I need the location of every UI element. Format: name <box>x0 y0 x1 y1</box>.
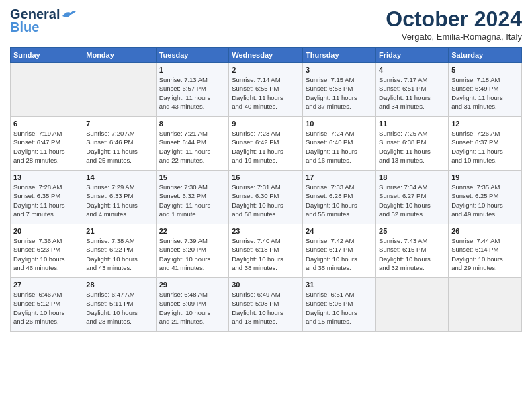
col-monday: Monday <box>83 48 156 63</box>
day-number: 27 <box>13 281 80 289</box>
day-info: Sunrise: 7:38 AM Sunset: 6:22 PM Dayligh… <box>86 236 152 272</box>
logo-blue: Blue <box>10 19 39 35</box>
day-info: Sunrise: 7:40 AM Sunset: 6:18 PM Dayligh… <box>232 236 300 272</box>
day-info: Sunrise: 6:46 AM Sunset: 5:12 PM Dayligh… <box>13 290 80 326</box>
day-number: 24 <box>306 227 373 235</box>
day-number: 14 <box>86 173 152 181</box>
day-number: 10 <box>306 120 373 128</box>
day-number: 23 <box>232 227 300 235</box>
day-info: Sunrise: 7:29 AM Sunset: 6:33 PM Dayligh… <box>86 183 152 218</box>
day-number: 17 <box>306 173 373 181</box>
day-cell: 14Sunrise: 7:29 AM Sunset: 6:33 PM Dayli… <box>83 171 156 224</box>
day-info: Sunrise: 7:28 AM Sunset: 6:35 PM Dayligh… <box>13 183 80 218</box>
day-cell: 5Sunrise: 7:18 AM Sunset: 6:49 PM Daylig… <box>449 63 522 117</box>
day-info: Sunrise: 6:51 AM Sunset: 5:06 PM Dayligh… <box>306 290 373 326</box>
day-info: Sunrise: 7:24 AM Sunset: 6:40 PM Dayligh… <box>306 129 373 165</box>
header-row: Sunday Monday Tuesday Wednesday Thursday… <box>11 48 522 63</box>
day-info: Sunrise: 7:42 AM Sunset: 6:17 PM Dayligh… <box>306 236 373 272</box>
day-cell: 4Sunrise: 7:17 AM Sunset: 6:51 PM Daylig… <box>376 63 449 117</box>
day-number: 29 <box>159 281 226 289</box>
day-cell: 13Sunrise: 7:28 AM Sunset: 6:35 PM Dayli… <box>11 171 83 224</box>
day-number: 9 <box>232 120 300 128</box>
day-cell: 18Sunrise: 7:34 AM Sunset: 6:27 PM Dayli… <box>376 171 449 224</box>
day-info: Sunrise: 7:13 AM Sunset: 6:57 PM Dayligh… <box>159 75 226 111</box>
col-thursday: Thursday <box>303 48 376 63</box>
col-sunday: Sunday <box>11 48 83 63</box>
day-cell: 27Sunrise: 6:46 AM Sunset: 5:12 PM Dayli… <box>11 278 83 332</box>
day-info: Sunrise: 7:15 AM Sunset: 6:53 PM Dayligh… <box>306 75 373 111</box>
day-cell: 8Sunrise: 7:21 AM Sunset: 6:44 PM Daylig… <box>156 117 229 171</box>
day-cell: 3Sunrise: 7:15 AM Sunset: 6:53 PM Daylig… <box>303 63 376 117</box>
day-cell <box>376 278 449 332</box>
day-cell: 28Sunrise: 6:47 AM Sunset: 5:11 PM Dayli… <box>83 278 156 332</box>
day-cell: 31Sunrise: 6:51 AM Sunset: 5:06 PM Dayli… <box>303 278 376 332</box>
day-cell: 11Sunrise: 7:25 AM Sunset: 6:38 PM Dayli… <box>376 117 449 171</box>
day-info: Sunrise: 6:47 AM Sunset: 5:11 PM Dayligh… <box>86 290 152 326</box>
logo-bird-icon <box>61 9 76 20</box>
day-info: Sunrise: 7:23 AM Sunset: 6:42 PM Dayligh… <box>232 129 300 165</box>
day-number: 26 <box>451 227 519 235</box>
day-number: 25 <box>379 227 445 235</box>
day-info: Sunrise: 7:26 AM Sunset: 6:37 PM Dayligh… <box>451 129 519 165</box>
day-number: 21 <box>86 227 152 235</box>
col-saturday: Saturday <box>449 48 522 63</box>
day-cell: 1Sunrise: 7:13 AM Sunset: 6:57 PM Daylig… <box>156 63 229 117</box>
day-info: Sunrise: 6:48 AM Sunset: 5:09 PM Dayligh… <box>159 290 226 326</box>
day-number: 3 <box>306 66 373 74</box>
day-info: Sunrise: 7:17 AM Sunset: 6:51 PM Dayligh… <box>379 75 445 111</box>
day-number: 18 <box>379 173 445 181</box>
day-cell: 24Sunrise: 7:42 AM Sunset: 6:17 PM Dayli… <box>303 224 376 278</box>
day-cell: 26Sunrise: 7:44 AM Sunset: 6:14 PM Dayli… <box>449 224 522 278</box>
col-tuesday: Tuesday <box>156 48 229 63</box>
day-cell: 22Sunrise: 7:39 AM Sunset: 6:20 PM Dayli… <box>156 224 229 278</box>
day-number: 20 <box>13 227 80 235</box>
day-number: 22 <box>159 227 226 235</box>
day-info: Sunrise: 7:14 AM Sunset: 6:55 PM Dayligh… <box>232 75 300 111</box>
day-number: 11 <box>379 120 445 128</box>
day-info: Sunrise: 7:18 AM Sunset: 6:49 PM Dayligh… <box>451 75 519 111</box>
week-row-0: 1Sunrise: 7:13 AM Sunset: 6:57 PM Daylig… <box>11 63 522 117</box>
day-info: Sunrise: 7:19 AM Sunset: 6:47 PM Dayligh… <box>13 129 80 165</box>
day-number: 5 <box>451 66 519 74</box>
day-info: Sunrise: 7:21 AM Sunset: 6:44 PM Dayligh… <box>159 129 226 165</box>
day-number: 12 <box>451 120 519 128</box>
day-cell: 23Sunrise: 7:40 AM Sunset: 6:18 PM Dayli… <box>229 224 303 278</box>
week-row-3: 20Sunrise: 7:36 AM Sunset: 6:23 PM Dayli… <box>11 224 522 278</box>
day-info: Sunrise: 7:36 AM Sunset: 6:23 PM Dayligh… <box>13 236 80 272</box>
day-number: 15 <box>159 173 226 181</box>
day-cell: 7Sunrise: 7:20 AM Sunset: 6:46 PM Daylig… <box>83 117 156 171</box>
day-info: Sunrise: 7:39 AM Sunset: 6:20 PM Dayligh… <box>159 236 226 272</box>
day-cell: 12Sunrise: 7:26 AM Sunset: 6:37 PM Dayli… <box>449 117 522 171</box>
day-cell <box>11 63 83 117</box>
day-number: 1 <box>159 66 226 74</box>
day-cell: 25Sunrise: 7:43 AM Sunset: 6:15 PM Dayli… <box>376 224 449 278</box>
header: General Blue October 2024 Vergato, Emili… <box>10 7 522 42</box>
day-cell: 16Sunrise: 7:31 AM Sunset: 6:30 PM Dayli… <box>229 171 303 224</box>
day-cell: 15Sunrise: 7:30 AM Sunset: 6:32 PM Dayli… <box>156 171 229 224</box>
day-number: 7 <box>86 120 152 128</box>
day-info: Sunrise: 7:20 AM Sunset: 6:46 PM Dayligh… <box>86 129 152 165</box>
day-info: Sunrise: 6:49 AM Sunset: 5:08 PM Dayligh… <box>232 290 300 326</box>
day-info: Sunrise: 7:33 AM Sunset: 6:28 PM Dayligh… <box>306 183 373 218</box>
day-number: 19 <box>451 173 519 181</box>
calendar-table: Sunday Monday Tuesday Wednesday Thursday… <box>10 47 522 332</box>
day-info: Sunrise: 7:35 AM Sunset: 6:25 PM Dayligh… <box>451 183 519 218</box>
day-number: 31 <box>306 281 373 289</box>
day-info: Sunrise: 7:43 AM Sunset: 6:15 PM Dayligh… <box>379 236 445 272</box>
day-number: 6 <box>13 120 80 128</box>
location: Vergato, Emilia-Romagna, Italy <box>386 32 522 42</box>
day-number: 4 <box>379 66 445 74</box>
day-cell: 19Sunrise: 7:35 AM Sunset: 6:25 PM Dayli… <box>449 171 522 224</box>
day-info: Sunrise: 7:44 AM Sunset: 6:14 PM Dayligh… <box>451 236 519 272</box>
title-area: October 2024 Vergato, Emilia-Romagna, It… <box>386 7 522 42</box>
day-info: Sunrise: 7:31 AM Sunset: 6:30 PM Dayligh… <box>232 183 300 218</box>
day-cell: 29Sunrise: 6:48 AM Sunset: 5:09 PM Dayli… <box>156 278 229 332</box>
day-info: Sunrise: 7:30 AM Sunset: 6:32 PM Dayligh… <box>159 183 226 218</box>
day-cell: 2Sunrise: 7:14 AM Sunset: 6:55 PM Daylig… <box>229 63 303 117</box>
day-cell: 20Sunrise: 7:36 AM Sunset: 6:23 PM Dayli… <box>11 224 83 278</box>
month-title: October 2024 <box>386 7 522 32</box>
week-row-4: 27Sunrise: 6:46 AM Sunset: 5:12 PM Dayli… <box>11 278 522 332</box>
week-row-1: 6Sunrise: 7:19 AM Sunset: 6:47 PM Daylig… <box>11 117 522 171</box>
day-number: 28 <box>86 281 152 289</box>
col-friday: Friday <box>376 48 449 63</box>
